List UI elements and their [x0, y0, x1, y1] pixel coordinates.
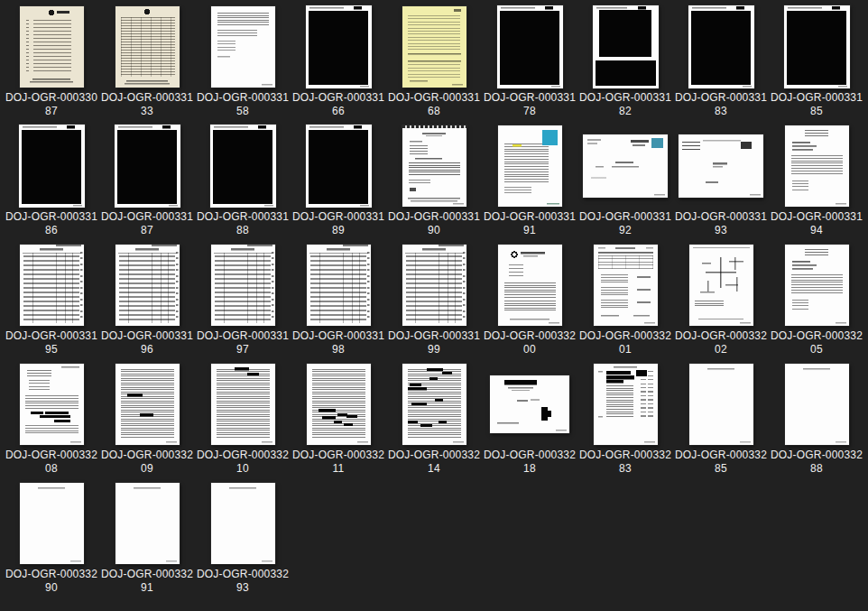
file-name-label: DOJ-OGR-000332 05: [771, 329, 863, 356]
file-item[interactable]: DOJ-OGR-000331 58: [195, 4, 291, 123]
thumbnail-box: [291, 361, 386, 447]
document-thumbnail-icon: [402, 364, 466, 445]
document-thumbnail-icon: [594, 245, 658, 326]
file-name-label: DOJ-OGR-000331 97: [197, 329, 289, 356]
file-item[interactable]: DOJ-OGR-000331 91: [482, 123, 577, 242]
thumbnail-box: [769, 361, 864, 447]
file-item[interactable]: DOJ-OGR-000331 99: [386, 242, 482, 361]
file-item[interactable]: DOJ-OGR-000331 83: [673, 4, 769, 123]
file-item[interactable]: DOJ-OGR-000331 96: [99, 242, 195, 361]
file-name-label: DOJ-OGR-000332 85: [675, 449, 767, 475]
document-thumbnail-icon: [689, 245, 753, 326]
thumbnail-box: [4, 242, 99, 328]
thumbnail-box: [386, 242, 482, 328]
file-item[interactable]: DOJ-OGR-000330 87: [4, 4, 99, 123]
file-name-label: DOJ-OGR-000331 85: [771, 91, 863, 117]
document-thumbnail-icon: [593, 5, 659, 88]
file-item[interactable]: DOJ-OGR-000331 33: [99, 4, 195, 123]
file-item[interactable]: DOJ-OGR-000331 87: [99, 123, 195, 242]
file-name-label: DOJ-OGR-000332 09: [101, 449, 193, 475]
file-item[interactable]: DOJ-OGR-000332 01: [577, 242, 673, 361]
file-item[interactable]: DOJ-OGR-000332 83: [577, 361, 673, 480]
thumbnail-box: [673, 123, 769, 208]
file-item[interactable]: DOJ-OGR-000331 93: [673, 123, 769, 242]
thumbnail-box: [99, 4, 195, 89]
document-thumbnail-icon: [211, 245, 275, 326]
thumbnail-box: [99, 361, 195, 447]
thumbnail-box: [99, 480, 195, 566]
file-item[interactable]: DOJ-OGR-000331 66: [291, 4, 386, 123]
file-item[interactable]: DOJ-OGR-000331 85: [769, 4, 864, 123]
file-name-label: DOJ-OGR-000331 88: [197, 210, 289, 236]
file-item[interactable]: DOJ-OGR-000331 92: [577, 123, 673, 242]
thumbnail-box: [769, 4, 864, 89]
file-item[interactable]: DOJ-OGR-000331 88: [195, 123, 291, 242]
file-item[interactable]: DOJ-OGR-000332 00: [482, 242, 577, 361]
document-thumbnail-icon: [211, 483, 275, 564]
file-item[interactable]: DOJ-OGR-000332 90: [4, 480, 99, 599]
file-item[interactable]: DOJ-OGR-000332 02: [673, 242, 769, 361]
file-item[interactable]: DOJ-OGR-000331 89: [291, 123, 386, 242]
document-thumbnail-icon: [306, 125, 372, 208]
thumbnail-box: [4, 480, 99, 566]
document-thumbnail-icon: [490, 375, 569, 433]
file-item[interactable]: DOJ-OGR-000332 05: [769, 242, 864, 361]
thumbnail-box: [673, 361, 769, 447]
thumbnail-box: [577, 361, 673, 447]
document-thumbnail-icon: [785, 125, 849, 207]
file-item[interactable]: DOJ-OGR-000332 93: [195, 480, 291, 599]
file-item[interactable]: DOJ-OGR-000331 68: [386, 4, 482, 123]
file-item[interactable]: DOJ-OGR-000332 91: [99, 480, 195, 599]
document-thumbnail-icon: [211, 6, 275, 88]
file-item[interactable]: DOJ-OGR-000331 95: [4, 242, 99, 361]
file-item[interactable]: DOJ-OGR-000331 86: [4, 123, 99, 242]
file-item[interactable]: DOJ-OGR-000331 98: [291, 242, 386, 361]
document-thumbnail-icon: [20, 6, 84, 88]
file-item[interactable]: DOJ-OGR-000332 08: [4, 361, 99, 480]
file-item[interactable]: DOJ-OGR-000332 85: [673, 361, 769, 480]
document-thumbnail-icon: [20, 364, 84, 445]
thumbnail-box: [673, 242, 769, 328]
document-thumbnail-icon: [785, 245, 849, 326]
file-name-label: DOJ-OGR-000332 01: [579, 329, 671, 356]
file-item[interactable]: DOJ-OGR-000332 09: [99, 361, 195, 480]
file-name-label: DOJ-OGR-000332 83: [579, 449, 671, 475]
file-name-label: DOJ-OGR-000331 90: [388, 210, 480, 236]
file-name-label: DOJ-OGR-000331 98: [292, 329, 384, 356]
thumbnail-box: [769, 123, 864, 208]
file-name-label: DOJ-OGR-000331 93: [675, 210, 767, 236]
file-name-label: DOJ-OGR-000331 99: [388, 329, 480, 356]
file-item[interactable]: DOJ-OGR-000331 94: [769, 123, 864, 242]
document-thumbnail-icon: [115, 125, 180, 208]
file-item[interactable]: DOJ-OGR-000331 97: [195, 242, 291, 361]
thumbnail-box: [195, 361, 291, 447]
file-name-label: DOJ-OGR-000331 91: [484, 210, 576, 236]
file-name-label: DOJ-OGR-000331 82: [579, 91, 671, 117]
file-name-label: DOJ-OGR-000331 33: [101, 91, 193, 117]
document-thumbnail-icon: [594, 364, 658, 445]
document-thumbnail-icon: [679, 134, 763, 198]
file-name-label: DOJ-OGR-000332 08: [5, 449, 97, 475]
thumbnail-box: [482, 123, 577, 208]
file-item[interactable]: DOJ-OGR-000331 90: [386, 123, 482, 242]
file-item[interactable]: DOJ-OGR-000332 14: [386, 361, 482, 480]
thumbnail-box: [4, 4, 99, 89]
file-item[interactable]: DOJ-OGR-000332 11: [291, 361, 386, 480]
thumbnail-box: [482, 361, 577, 447]
document-thumbnail-icon: [402, 245, 466, 326]
file-name-label: DOJ-OGR-000332 90: [5, 568, 97, 594]
file-name-label: DOJ-OGR-000331 78: [484, 91, 576, 117]
file-item[interactable]: DOJ-OGR-000332 10: [195, 361, 291, 480]
thumbnail-box: [673, 4, 769, 89]
file-item[interactable]: DOJ-OGR-000331 78: [482, 4, 577, 123]
file-item[interactable]: DOJ-OGR-000331 82: [577, 4, 673, 123]
file-item[interactable]: DOJ-OGR-000332 18: [482, 361, 577, 480]
thumbnail-box: [769, 242, 864, 328]
thumbnail-box: [291, 4, 386, 89]
file-name-label: DOJ-OGR-000331 89: [292, 210, 384, 236]
document-thumbnail-icon: [688, 5, 754, 88]
file-item[interactable]: DOJ-OGR-000332 88: [769, 361, 864, 480]
file-name-label: DOJ-OGR-000331 68: [388, 91, 480, 117]
file-name-label: DOJ-OGR-000332 11: [292, 449, 384, 475]
document-thumbnail-icon: [115, 483, 180, 564]
